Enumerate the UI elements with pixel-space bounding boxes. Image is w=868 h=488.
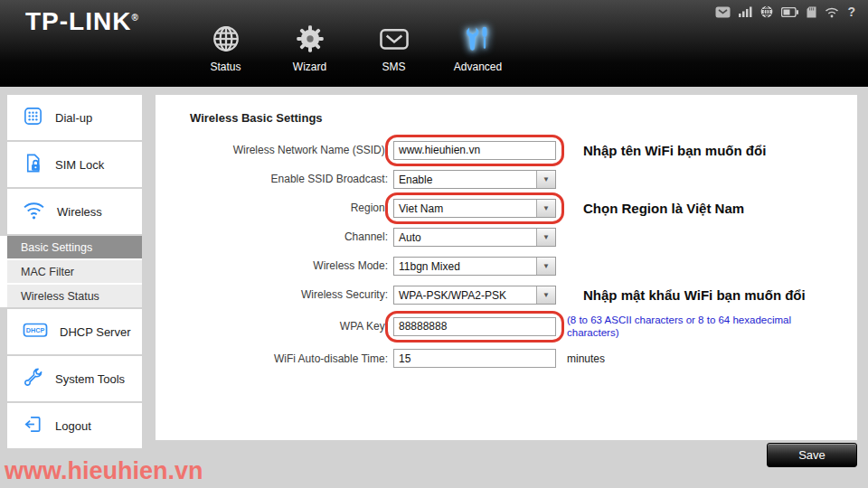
wpa-key-input[interactable] [393, 317, 556, 336]
chevron-down-icon[interactable]: ▼ [536, 229, 555, 246]
region-select[interactable]: Viet Nam ▼ [393, 199, 556, 218]
chevron-down-icon[interactable]: ▼ [536, 200, 555, 217]
ssid-broadcast-select[interactable]: Enable ▼ [393, 170, 556, 189]
dhcp-icon: DHCP [23, 320, 48, 344]
form-row-wireless-mode: Wireless Mode: 11bgn Mixed ▼ [156, 256, 857, 276]
chevron-down-icon[interactable]: ▼ [536, 258, 555, 275]
wireless-security-select[interactable]: WPA-PSK/WPA2-PSK ▼ [393, 286, 556, 305]
battery-icon [781, 7, 798, 17]
form-row-region: Region: Viet Nam ▼ Chọn Region là Việt N… [156, 198, 857, 218]
globe-icon [211, 22, 241, 56]
sidebar-item-label: Dial-up [55, 111, 92, 125]
sidebar: Dial-up SIM Lock [0, 95, 152, 450]
wireless-mode-control: 11bgn Mixed ▼ [393, 257, 556, 276]
nav-sms[interactable]: SMS [352, 22, 436, 73]
body-area: Dial-up SIM Lock [0, 87, 868, 488]
svg-text:DHCP: DHCP [26, 326, 45, 334]
submenu-label: MAC Filter [21, 266, 74, 278]
signal-icon [739, 6, 752, 17]
sidebar-item-label: Wireless [57, 205, 102, 219]
nav-advanced-label: Advanced [454, 61, 502, 73]
nav-status[interactable]: Status [184, 22, 268, 73]
ssid-broadcast-label: Enable SSID Broadcast: [156, 173, 393, 185]
sidebar-item-logout[interactable]: Logout [7, 403, 142, 448]
ssid-annotation: Nhập tên WiFi bạn muốn đổi [583, 143, 766, 158]
nav-sms-label: SMS [382, 61, 405, 73]
chevron-down-icon[interactable]: ▼ [536, 286, 555, 304]
help-icon[interactable]: ? [847, 5, 855, 19]
channel-label: Channel: [156, 230, 393, 243]
sdcard-icon [807, 6, 816, 18]
wifi-autodisable-input[interactable] [393, 349, 556, 368]
submenu-mac-filter[interactable]: MAC Filter [7, 260, 142, 283]
select-value: 11bgn Mixed [394, 258, 536, 275]
sim-lock-icon [23, 153, 43, 177]
sidebar-item-label: DHCP Server [60, 325, 131, 339]
nav-advanced[interactable]: Advanced [436, 22, 520, 73]
wpa-key-highlight [393, 317, 556, 336]
tp-link-logo: TP-LINK® [25, 7, 139, 36]
sidebar-item-label: Logout [55, 419, 91, 433]
region-label: Region: [156, 202, 393, 214]
sidebar-item-label: SIM Lock [55, 158, 104, 172]
select-value: Enable [394, 171, 536, 188]
submenu-label: Wireless Status [21, 290, 99, 303]
form-row-ssid-broadcast: Enable SSID Broadcast: Enable ▼ [156, 169, 857, 189]
page-title: Wireless Basic Settings [156, 95, 857, 125]
sidebar-item-label: System Tools [55, 372, 125, 386]
ssid-highlight [393, 141, 556, 160]
form-row-ssid: Wireless Network Name (SSID): Nhập tên W… [156, 140, 857, 160]
nav-wizard[interactable]: Wizard [268, 22, 352, 73]
watermark: www.hieuhien.vn [5, 457, 203, 485]
wifi-autodisable-control [393, 349, 556, 368]
select-value: Auto [394, 229, 536, 246]
nav-wizard-label: Wizard [293, 61, 326, 73]
settings-panel: Wireless Basic Settings Wireless Network… [156, 95, 857, 440]
save-button[interactable]: Save [767, 443, 857, 467]
tools-icon [463, 22, 494, 56]
envelope-icon [378, 22, 410, 56]
nav-status-label: Status [210, 61, 241, 73]
router-admin-page: TP-LINK® Status [0, 0, 868, 488]
main-nav: Status [184, 22, 520, 73]
wireless-mode-label: Wireless Mode: [156, 259, 393, 272]
channel-select[interactable]: Auto ▼ [393, 228, 556, 247]
sidebar-item-system-tools[interactable]: System Tools [7, 356, 142, 401]
sidebar-item-dhcp-server[interactable]: DHCP DHCP Server [7, 309, 142, 354]
sidebar-item-wireless[interactable]: Wireless [7, 189, 142, 234]
submenu-wireless-status[interactable]: Wireless Status [7, 285, 142, 307]
ssid-label: Wireless Network Name (SSID): [156, 144, 393, 156]
submenu-label: Basic Settings [21, 241, 92, 254]
form-row-wifi-autodisable: WiFi Auto-disable Time: minutes [156, 349, 857, 369]
form-row-wireless-security: Wireless Security: WPA-PSK/WPA2-PSK ▼ Nh… [156, 285, 857, 305]
wireless-mode-select[interactable]: 11bgn Mixed ▼ [393, 257, 556, 276]
wifi-icon [23, 200, 45, 224]
channel-control: Auto ▼ [393, 228, 556, 247]
message-icon [715, 6, 731, 18]
wpa-key-annotation: Nhập mật khẩu WiFi bạn muốn đổi [583, 287, 806, 303]
wireless-submenu: Basic Settings MAC Filter Wireless Statu… [0, 236, 142, 307]
minutes-suffix: minutes [567, 352, 605, 365]
ssid-input[interactable] [393, 141, 556, 160]
wireless-basic-form: Wireless Network Name (SSID): Nhập tên W… [156, 140, 857, 369]
wireless-security-label: Wireless Security: [156, 288, 393, 301]
region-annotation: Chọn Region là Việt Nam [583, 201, 744, 216]
top-bar: TP-LINK® Status [0, 0, 868, 87]
sidebar-item-dial-up[interactable]: Dial-up [7, 95, 142, 140]
gear-icon [295, 22, 326, 56]
wrench-icon [23, 367, 43, 391]
chevron-down-icon[interactable]: ▼ [536, 171, 555, 188]
ssid-broadcast-control: Enable ▼ [393, 170, 556, 189]
submenu-basic-settings[interactable]: Basic Settings [7, 236, 142, 258]
region-highlight: Viet Nam ▼ [393, 199, 556, 218]
status-icon-tray: ? [715, 5, 855, 19]
registered-mark: ® [131, 13, 138, 23]
wpa-key-label: WPA Key: [156, 320, 393, 333]
sidebar-item-sim-lock[interactable]: SIM Lock [7, 142, 142, 187]
keypad-icon [23, 106, 43, 130]
form-row-wpa-key: WPA Key: (8 to 63 ASCII characters or 8 … [156, 314, 857, 340]
wpa-key-note: (8 to 63 ASCII characters or 8 to 64 hex… [567, 314, 843, 340]
wifi-autodisable-label: WiFi Auto-disable Time: [156, 352, 393, 365]
globe-icon [760, 5, 773, 18]
wifi-icon [825, 6, 839, 18]
